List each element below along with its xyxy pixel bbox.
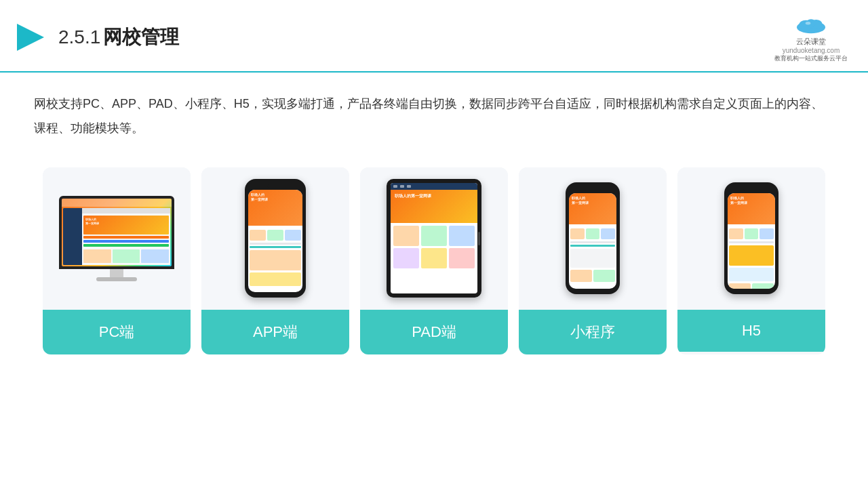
phone-grid-item [285, 230, 301, 241]
phone-row-accent [570, 245, 615, 247]
phone-grid [250, 230, 301, 241]
card-pad: 职场人的第一堂网课 PAD端 [360, 167, 508, 354]
phone-content [248, 226, 302, 288]
h5-mockup: 职场人的第一堂网课 [724, 182, 778, 294]
card-miniprogram-image: 职场人的第一堂网课 [519, 167, 667, 310]
phone-notch [585, 188, 601, 191]
phone-banner: 职场人的第一堂网课 [728, 193, 775, 224]
phone-banner-text: 职场人的第一堂网课 [251, 192, 268, 201]
grid-item [760, 228, 774, 239]
phone-grid [570, 228, 615, 239]
nav-dot [400, 185, 404, 188]
svg-point-5 [806, 22, 811, 25]
card-pad-image: 职场人的第一堂网课 [360, 167, 508, 310]
nav-dot [393, 185, 397, 188]
card-pc: 职场人的第一堂网课 [43, 167, 191, 354]
phone-row [250, 243, 301, 245]
title-number: 2.5.1 [58, 26, 100, 47]
tablet-card [421, 226, 447, 246]
cards-container: 职场人的第一堂网课 [0, 147, 868, 375]
page-title: 2.5.1网校管理 [58, 24, 179, 50]
phone-banner: 职场人的第一堂网课 [248, 190, 302, 226]
phone-screen: 职场人的第一堂网课 [569, 193, 616, 289]
phone-grid [729, 228, 774, 239]
phone-row-accent [250, 246, 301, 248]
card-pad-label: PAD端 [360, 310, 508, 354]
app-mockup: 职场人的第一堂网课 [245, 179, 306, 298]
tablet-card [393, 226, 419, 246]
card-app-image: 职场人的第一堂网课 [201, 167, 349, 310]
header: 2.5.1网校管理 云朵课堂 yunduoketang.com 教育机构一站式服… [0, 0, 868, 73]
phone-content [728, 224, 775, 289]
grid-item [729, 228, 743, 239]
header-left: 2.5.1网校管理 [14, 20, 179, 54]
grid-item [586, 228, 600, 239]
miniprogram-mockup: 职场人的第一堂网课 [566, 182, 620, 294]
card-pc-label: PC端 [43, 310, 191, 354]
tablet-banner-text: 职场人的第一堂网课 [395, 193, 431, 199]
grid-item [570, 228, 585, 239]
card-pc-image: 职场人的第一堂网课 [43, 167, 191, 310]
card-app-label: APP端 [201, 310, 349, 354]
tablet-screen: 职场人的第一堂网课 [391, 183, 477, 293]
tablet-content: 职场人的第一堂网课 [391, 183, 477, 293]
banner-text: 职场人的第一堂网课 [730, 196, 747, 205]
logo-name: 云朵课堂 [796, 37, 826, 47]
logo-area: 云朵课堂 yunduoketang.com 教育机构一站式服务云平台 [774, 12, 848, 63]
tablet-home-button [478, 232, 480, 245]
grid-item [745, 228, 759, 239]
title-text: 网校管理 [103, 26, 179, 47]
card-miniprogram-label: 小程序 [519, 310, 667, 354]
pad-mockup: 职场人的第一堂网课 [387, 179, 481, 298]
tablet-card [421, 248, 447, 268]
card-app: 职场人的第一堂网课 APP端 [201, 167, 349, 354]
phone-banner: 职场人的第一堂网课 [569, 193, 616, 224]
banner-text: 职场人的第一堂网课 [572, 196, 589, 205]
pc-mockup: 职场人的第一堂网课 [59, 196, 174, 281]
tablet-card [393, 248, 419, 268]
phone-grid-item [267, 230, 283, 241]
phone-content [569, 224, 616, 284]
card-miniprogram: 职场人的第一堂网课 [519, 167, 667, 354]
description-text: 网校支持PC、APP、PAD、小程序、H5，实现多端打通，产品各终端自由切换，数… [0, 73, 868, 140]
tablet-card [449, 226, 475, 246]
card-h5-image: 职场人的第一堂网课 [677, 167, 825, 310]
phone-screen: 职场人的第一堂网课 [728, 193, 775, 289]
logo-icon [791, 12, 831, 37]
phone-notch [267, 184, 283, 188]
tablet-nav [391, 183, 477, 190]
play-icon [14, 20, 47, 54]
logo-slogan: 教育机构一站式服务云平台 [774, 54, 848, 63]
grid-item [601, 228, 615, 239]
tablet-card [449, 248, 475, 268]
phone-row [570, 241, 615, 243]
svg-marker-0 [17, 24, 44, 51]
logo-url: yunduoketang.com [783, 47, 840, 54]
tablet-banner: 职场人的第一堂网课 [391, 190, 477, 223]
phone-row [729, 241, 774, 243]
phone-grid-item [250, 230, 266, 241]
phone-notch [743, 188, 760, 191]
tablet-grid [391, 223, 477, 271]
card-h5-label: H5 [677, 310, 825, 352]
phone-screen: 职场人的第一堂网课 [248, 190, 302, 292]
nav-dot [407, 185, 411, 188]
card-h5: 职场人的第一堂网课 [677, 167, 825, 354]
